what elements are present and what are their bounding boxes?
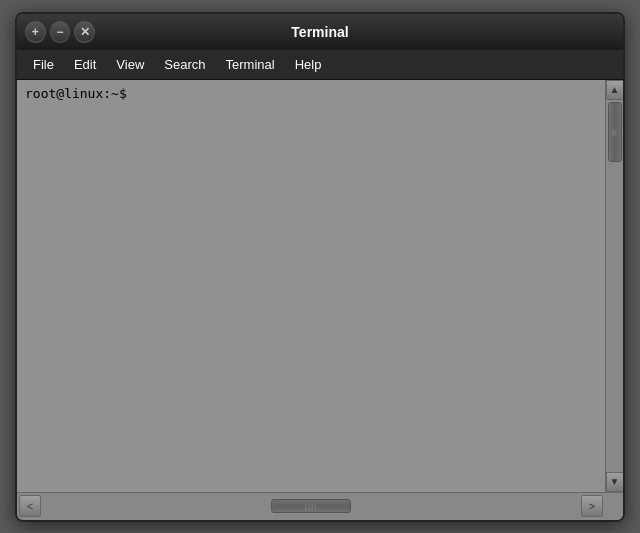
close-button[interactable]: ✕ [74,21,95,43]
terminal-content[interactable]: root@linux:~$ [17,80,605,492]
minimize-button[interactable]: − [50,21,71,43]
scroll-right-button[interactable]: > [581,495,603,517]
menu-view[interactable]: View [108,54,152,75]
titlebar: + − ✕ Terminal [17,14,623,50]
scroll-thumb-horizontal[interactable] [271,499,351,513]
terminal-area: root@linux:~$ ▲ ▼ [17,80,623,492]
scroll-track-vertical[interactable] [607,100,623,472]
scroll-thumb-vertical[interactable] [608,102,622,162]
add-button[interactable]: + [25,21,46,43]
terminal-window: + − ✕ Terminal File Edit View Search Ter… [15,12,625,522]
vertical-scrollbar: ▲ ▼ [605,80,623,492]
menu-search[interactable]: Search [156,54,213,75]
prompt-line: root@linux:~$ [25,86,597,101]
prompt-text: root@linux:~$ [25,86,127,101]
scroll-track-horizontal[interactable] [44,498,578,514]
scroll-down-button[interactable]: ▼ [606,472,624,492]
horizontal-scrollbar-area: < > [17,492,623,520]
scroll-up-button[interactable]: ▲ [606,80,624,100]
scroll-left-button[interactable]: < [19,495,41,517]
window-title: Terminal [95,24,545,40]
menu-help[interactable]: Help [287,54,330,75]
menubar: File Edit View Search Terminal Help [17,50,623,80]
menu-terminal[interactable]: Terminal [218,54,283,75]
menu-file[interactable]: File [25,54,62,75]
scrollbar-corner [603,495,621,517]
menu-edit[interactable]: Edit [66,54,104,75]
